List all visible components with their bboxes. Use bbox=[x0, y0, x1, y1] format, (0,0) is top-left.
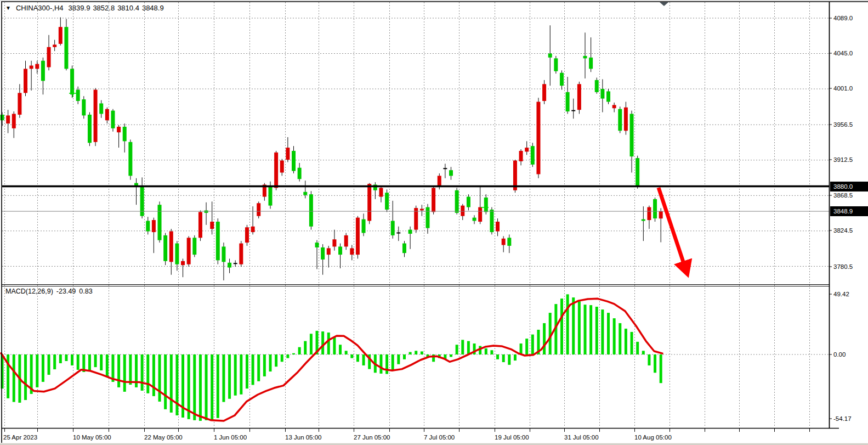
macd-histogram-bar bbox=[409, 352, 412, 354]
macd-histogram-bar bbox=[421, 351, 423, 354]
candle-down bbox=[205, 210, 208, 212]
price-axis-label: 3868.5 bbox=[833, 192, 853, 199]
candle-down bbox=[507, 238, 511, 246]
scroll-position-marker-icon[interactable] bbox=[660, 2, 668, 6]
candle-up bbox=[105, 109, 109, 121]
candle-down bbox=[70, 69, 74, 94]
candle-down bbox=[618, 109, 622, 131]
time-axis-label: 10 May 05:00 bbox=[73, 434, 111, 441]
macd-histogram-bar bbox=[584, 305, 587, 354]
candle-down bbox=[402, 244, 406, 254]
macd-histogram-bar bbox=[24, 354, 27, 400]
candle-down bbox=[560, 73, 564, 86]
candle-up bbox=[420, 209, 424, 211]
candle-up bbox=[94, 90, 98, 142]
macd-histogram-bar bbox=[625, 329, 627, 354]
macd-histogram-bar bbox=[631, 332, 633, 354]
macd-histogram-bar bbox=[397, 354, 400, 364]
macd-histogram-bar bbox=[211, 354, 213, 420]
macd-histogram-bar bbox=[13, 354, 15, 402]
candle-up bbox=[525, 148, 529, 151]
macd-histogram-bar bbox=[607, 313, 610, 354]
macd-histogram-bar bbox=[654, 354, 656, 373]
candle-down bbox=[192, 238, 196, 255]
macd-histogram-bar bbox=[642, 351, 645, 354]
macd-histogram-bar bbox=[123, 354, 126, 392]
candle-down bbox=[128, 142, 132, 176]
candle-up bbox=[35, 64, 39, 69]
candle-up bbox=[181, 261, 185, 265]
candle-up bbox=[519, 151, 523, 161]
macd-histogram-bar bbox=[560, 298, 563, 354]
candle-up bbox=[536, 102, 540, 174]
price-axis-label: 4089.0 bbox=[833, 15, 853, 21]
candle-down bbox=[88, 115, 92, 143]
macd-histogram-bar bbox=[59, 354, 62, 363]
down-arrow-object[interactable] bbox=[659, 188, 684, 263]
candle-down bbox=[426, 207, 429, 228]
candle-up bbox=[502, 239, 506, 245]
candle-up bbox=[47, 47, 51, 67]
macd-histogram-bar bbox=[525, 339, 528, 354]
window-bottom-strip bbox=[0, 443, 868, 445]
candle-up bbox=[344, 235, 348, 247]
macd-histogram-bar bbox=[53, 354, 56, 369]
candle-up bbox=[198, 212, 202, 238]
macd-histogram-bar bbox=[385, 354, 388, 374]
macd-histogram-bar bbox=[146, 354, 149, 393]
candle-down bbox=[409, 230, 412, 234]
candle-up bbox=[53, 44, 56, 47]
candle-down bbox=[123, 127, 127, 141]
candle-up bbox=[280, 161, 284, 173]
macd-histogram-bar bbox=[321, 331, 324, 354]
candle-down bbox=[163, 235, 167, 261]
highlighted-price-label: 3848.9 bbox=[833, 208, 853, 215]
candle-down bbox=[385, 193, 389, 210]
candle-up bbox=[659, 211, 663, 218]
candle-up bbox=[367, 184, 371, 221]
candle-down bbox=[222, 246, 225, 262]
candle-up bbox=[24, 69, 27, 93]
time-axis-label: 19 Jul 05:00 bbox=[495, 434, 529, 441]
candle-down bbox=[606, 91, 610, 102]
macd-histogram-bar bbox=[42, 354, 44, 382]
candle-up bbox=[59, 27, 63, 44]
candle-down bbox=[268, 185, 272, 206]
candle-down bbox=[566, 92, 570, 111]
macd-histogram-bar bbox=[100, 354, 103, 370]
candle-up bbox=[152, 220, 156, 232]
price-chart-canvas[interactable]: 4089.04045.04001.03956.53912.53868.53824… bbox=[0, 0, 868, 445]
candle-down bbox=[303, 192, 307, 195]
candle-down bbox=[583, 56, 587, 58]
macd-histogram-bar bbox=[281, 354, 283, 362]
time-axis-label: 7 Jul 05:00 bbox=[424, 434, 455, 441]
candle-down bbox=[82, 99, 86, 115]
candle-up bbox=[187, 238, 191, 264]
price-axis-label: 4001.0 bbox=[833, 85, 853, 92]
macd-histogram-bar bbox=[345, 351, 348, 354]
candle-up bbox=[245, 227, 249, 243]
candle-down bbox=[455, 190, 459, 213]
candle-up bbox=[286, 148, 290, 160]
macd-histogram-bar bbox=[48, 354, 50, 375]
macd-histogram-bar bbox=[327, 333, 330, 354]
macd-histogram-bar bbox=[456, 345, 458, 354]
macd-histogram-bar bbox=[129, 354, 132, 385]
price-axis-label: 3912.5 bbox=[833, 156, 853, 163]
candle-down bbox=[449, 170, 453, 176]
macd-histogram-bar bbox=[660, 354, 662, 383]
macd-histogram-bar bbox=[339, 345, 342, 354]
candle-down bbox=[473, 218, 476, 221]
macd-histogram-bar bbox=[578, 301, 581, 354]
candle-up bbox=[624, 108, 628, 131]
macd-histogram-bar bbox=[141, 354, 144, 391]
macd-histogram-bar bbox=[461, 340, 464, 354]
macd-histogram-bar bbox=[106, 354, 109, 376]
candle-up bbox=[12, 114, 16, 128]
candle-down bbox=[636, 158, 639, 186]
macd-histogram-bar bbox=[65, 354, 67, 361]
candle-up bbox=[438, 176, 441, 186]
time-axis-label: 13 Jun 05:00 bbox=[285, 434, 322, 441]
macd-histogram-bar bbox=[450, 354, 452, 357]
candle-down bbox=[554, 58, 558, 71]
